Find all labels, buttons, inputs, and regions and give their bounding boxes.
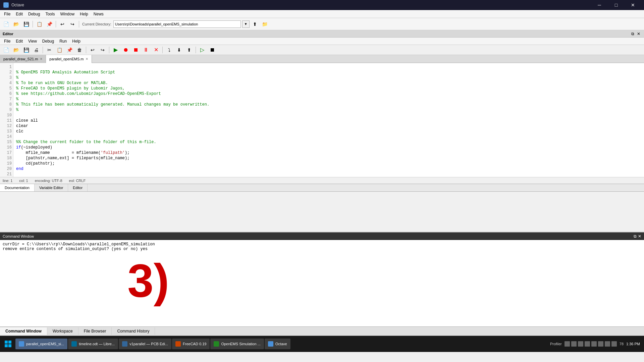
cw-close-btn[interactable]: ✕	[638, 234, 641, 239]
menu-news[interactable]: News	[91, 11, 106, 17]
et-step-over[interactable]: ⤵	[164, 46, 174, 54]
editor-float-btn[interactable]: ⧉	[630, 31, 635, 37]
bottom-panel: Command Window ⧉ ✕ currDir = C:\\Users\\…	[0, 232, 644, 336]
toolbar-sep-2	[56, 21, 56, 27]
svg-point-1	[5, 4, 7, 6]
tab-close-2[interactable]: ×	[86, 57, 88, 61]
command-window[interactable]: currDir = C:\\Users\\rp\\Downloads\\para…	[0, 240, 644, 327]
et-step-in[interactable]: ⬇	[174, 46, 184, 54]
taskbar-octave-2[interactable]: Octave	[265, 339, 290, 349]
bnav-command-window[interactable]: Command Window	[0, 327, 47, 335]
copy-btn[interactable]: 📋	[35, 20, 44, 28]
et-paste[interactable]: 📌	[65, 46, 74, 54]
taskbar-libreoffice[interactable]: timeline.odt — Libre...	[68, 339, 118, 349]
et-sep2	[86, 47, 86, 53]
et-cut[interactable]: ✂	[45, 46, 54, 54]
redo-btn[interactable]: ↪	[68, 20, 77, 28]
toolbar-sep-3	[79, 21, 79, 27]
minimize-button[interactable]: ─	[592, 0, 607, 10]
new-file-btn[interactable]: 📄	[1, 20, 11, 28]
taskbar-octave2-icon	[268, 341, 273, 347]
editor-menu-debug[interactable]: Debug	[40, 38, 57, 44]
open-folder-btn[interactable]: 📁	[260, 20, 270, 28]
taskbar-pcb-icon	[122, 341, 127, 347]
editor-menu-file[interactable]: File	[1, 38, 13, 44]
tab-parallel-openems[interactable]: parallel_openEMS.m ×	[46, 55, 92, 63]
maximize-button[interactable]: □	[608, 0, 624, 10]
et-sep5	[196, 47, 196, 53]
et-stop2[interactable]: ⏹	[208, 46, 217, 54]
et-pause-red[interactable]: ⏸	[141, 46, 151, 54]
editor-label: Editor	[3, 32, 13, 36]
battery-info: 78	[620, 342, 624, 346]
tray-icon-4[interactable]	[585, 341, 590, 347]
browse-btn[interactable]: ▼	[242, 20, 250, 28]
taskbar-libreoffice-icon	[71, 341, 77, 347]
et-save[interactable]: 💾	[21, 46, 31, 54]
et-step-out[interactable]: ⬆	[184, 46, 194, 54]
menu-help[interactable]: Help	[77, 11, 91, 17]
et-run-green[interactable]: ▶	[111, 46, 120, 54]
et-abort-red[interactable]: ✕	[151, 46, 161, 54]
menu-edit[interactable]: Edit	[13, 11, 25, 17]
et-stop-red[interactable]: ⏹	[131, 46, 141, 54]
tab-label-1: parallel_draw_S21.m	[3, 57, 38, 61]
et-new[interactable]: 📄	[1, 46, 11, 54]
bnav-command-history[interactable]: Command History	[112, 327, 155, 335]
code-content[interactable]: % OpenEMS FDTD Analysis Automation Scrip…	[13, 63, 644, 177]
tray-icon-8[interactable]	[611, 341, 617, 347]
taskbar-openems-sim[interactable]: OpenEMS Simulation ...	[210, 339, 264, 349]
taskbar-octave[interactable]: parallel_openEMS_si...	[15, 339, 67, 349]
tab-parallel-draw[interactable]: parallel_draw_S21.m ×	[0, 55, 46, 63]
cw-float-btn[interactable]: ⧉	[634, 234, 637, 239]
tray-icon-6[interactable]	[598, 341, 603, 347]
status-line: line: 1	[3, 179, 12, 183]
taskbar-freecad-label: FreeCAD 0.19	[183, 342, 206, 346]
taskbar-pcb-label: v1parallel — PCB Edi...	[129, 342, 168, 346]
doc-tab-editor[interactable]: Editor	[68, 184, 88, 191]
tray-icon-7[interactable]	[605, 341, 610, 347]
start-button[interactable]	[1, 337, 15, 351]
doc-tab-documentation[interactable]: Documentation	[0, 184, 35, 191]
bnav-file-browser[interactable]: File Browser	[78, 327, 112, 335]
tray-icon-3[interactable]	[578, 341, 583, 347]
menu-debug[interactable]: Debug	[25, 11, 43, 17]
save-btn[interactable]: 💾	[21, 20, 31, 28]
doc-tab-variable-editor[interactable]: Variable Editor	[35, 184, 68, 191]
taskbar-openems-icon	[214, 341, 219, 347]
taskbar-freecad[interactable]: FreeCAD 0.19	[172, 339, 210, 349]
et-run-cont[interactable]: ▷	[198, 46, 207, 54]
et-run-red[interactable]: ⏺	[121, 46, 130, 54]
tray-icon-5[interactable]	[591, 341, 597, 347]
editor-menu-edit[interactable]: Edit	[13, 38, 25, 44]
et-copy[interactable]: 📋	[55, 46, 64, 54]
tray-icon-1[interactable]	[565, 341, 570, 347]
editor-menu-run[interactable]: Run	[57, 38, 69, 44]
bnav-workspace[interactable]: Workspace	[47, 327, 78, 335]
menu-window[interactable]: Window	[57, 11, 77, 17]
close-button[interactable]: ✕	[625, 0, 641, 10]
et-print[interactable]: 🖨	[32, 46, 41, 54]
et-undo[interactable]: ↩	[88, 46, 97, 54]
editor-menu-help[interactable]: Help	[69, 38, 83, 44]
status-bar: line: 1 col: 1 encoding: UTF-8 eol: CRLF	[0, 177, 644, 184]
open-file-btn[interactable]: 📂	[11, 20, 21, 28]
menu-file[interactable]: File	[1, 11, 13, 17]
editor-close-btn[interactable]: ✕	[636, 31, 641, 37]
taskbar-pcb[interactable]: v1parallel — PCB Edi...	[119, 339, 171, 349]
title-bar-left: Octave	[3, 2, 24, 8]
et-open[interactable]: 📂	[11, 46, 21, 54]
menu-tools[interactable]: Tools	[43, 11, 57, 17]
taskbar-libreoffice-label: timeline.odt — Libre...	[79, 342, 115, 346]
folder-up-btn[interactable]: ⬆	[250, 20, 260, 28]
current-dir-input[interactable]	[113, 20, 241, 28]
tab-close-1[interactable]: ×	[40, 57, 42, 61]
octave-icon	[3, 2, 9, 8]
clock: 1:36 PM	[626, 342, 640, 346]
tray-icon-2[interactable]	[571, 341, 577, 347]
et-redo[interactable]: ↪	[98, 46, 107, 54]
et-delete[interactable]: 🗑	[75, 46, 84, 54]
undo-btn[interactable]: ↩	[58, 20, 67, 28]
paste-btn[interactable]: 📌	[45, 20, 54, 28]
editor-menu-view[interactable]: View	[25, 38, 40, 44]
